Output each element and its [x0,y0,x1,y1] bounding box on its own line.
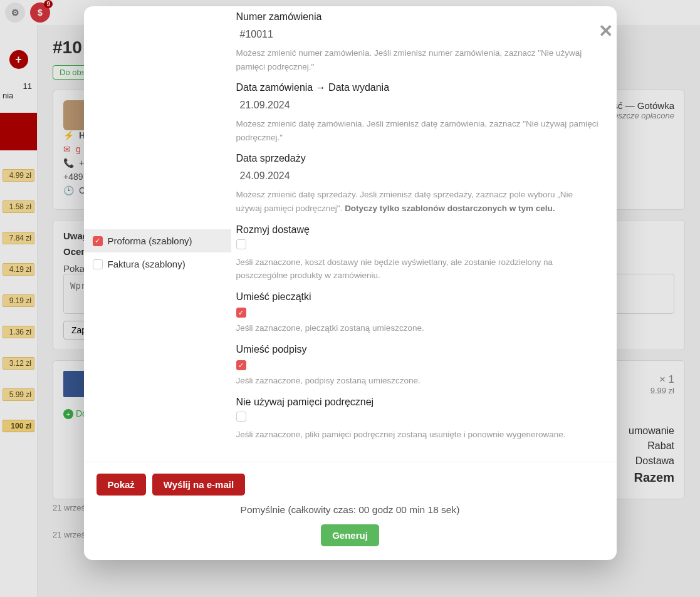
signatures-checkbox[interactable] [236,360,246,370]
field-label: Data sprzedaży [236,153,599,164]
help-text: Możesz zmienić datę sprzedaży. Jeśli zmi… [236,188,599,215]
template-label: Faktura (szablony) [108,259,185,269]
field-label: Umieść pieczątki [236,291,599,303]
field-order-number: Numer zamówienia #10011 Możesz zmienić n… [236,11,599,73]
send-email-button[interactable]: Wyślij na e-mail [152,474,245,496]
field-signatures: Umieść podpisy Jeśli zaznaczone, podpisy… [236,344,599,388]
checkbox-icon[interactable] [93,259,103,269]
stamps-checkbox[interactable] [236,308,246,318]
template-proforma[interactable]: Proforma (szablony) [84,229,231,252]
no-cache-checkbox[interactable] [236,412,246,422]
show-button[interactable]: Pokaż [97,474,146,496]
field-stamps: Umieść pieczątki Jeśli zaznaczone, piecz… [236,291,599,335]
field-label: Nie używaj pamięci podręcznej [236,397,599,408]
modal-fields: ✕ Numer zamówienia #10011 Możesz zmienić… [231,11,617,462]
template-list: Proforma (szablony) Faktura (szablony) [84,11,231,462]
checkbox-icon[interactable] [93,236,103,246]
field-label: Data zamówienia → Data wydania [236,82,599,93]
help-text: Jeśli zaznaczone, pliki pamięci podręczn… [236,428,599,442]
order-date-input[interactable]: 21.09.2024 [236,97,599,113]
status-text: Pomyślnie (całkowity czas: 00 godz 00 mi… [97,504,604,516]
help-text: Jeśli zaznaczone, koszt dostawy nie będz… [236,256,599,283]
close-icon[interactable]: ✕ [598,23,613,40]
field-blur-delivery: Rozmyj dostawę Jeśli zaznaczone, koszt d… [236,224,599,283]
field-sale-date: Data sprzedaży 24.09.2024 Możesz zmienić… [236,153,599,215]
help-text: Możesz zmienić numer zamówienia. Jeśli z… [236,46,599,73]
field-label: Umieść podpisy [236,344,599,355]
generate-button[interactable]: Generuj [321,524,379,546]
document-modal: Proforma (szablony) Faktura (szablony) ✕… [84,6,617,560]
help-text: Możesz zmienić datę zamówienia. Jeśli zm… [236,117,599,144]
field-order-date: Data zamówienia → Data wydania 21.09.202… [236,82,599,144]
field-no-cache: Nie używaj pamięci podręcznej Jeśli zazn… [236,397,599,442]
help-text: Jeśli zaznaczone, podpisy zostaną umiesz… [236,374,599,388]
template-faktura[interactable]: Faktura (szablony) [84,252,231,276]
blur-delivery-checkbox[interactable] [236,239,246,249]
field-label: Rozmyj dostawę [236,224,599,236]
field-label: Numer zamówienia [236,11,599,23]
modal-overlay: Proforma (szablony) Faktura (szablony) ✕… [0,0,700,597]
template-label: Proforma (szablony) [108,236,192,246]
sale-date-input[interactable]: 24.09.2024 [236,168,599,184]
modal-footer: Pokaż Wyślij na e-mail Pomyślnie (całkow… [84,462,617,560]
order-number-input[interactable]: #10011 [236,26,599,43]
help-text: Jeśli zaznaczone, pieczątki zostaną umie… [236,321,599,335]
